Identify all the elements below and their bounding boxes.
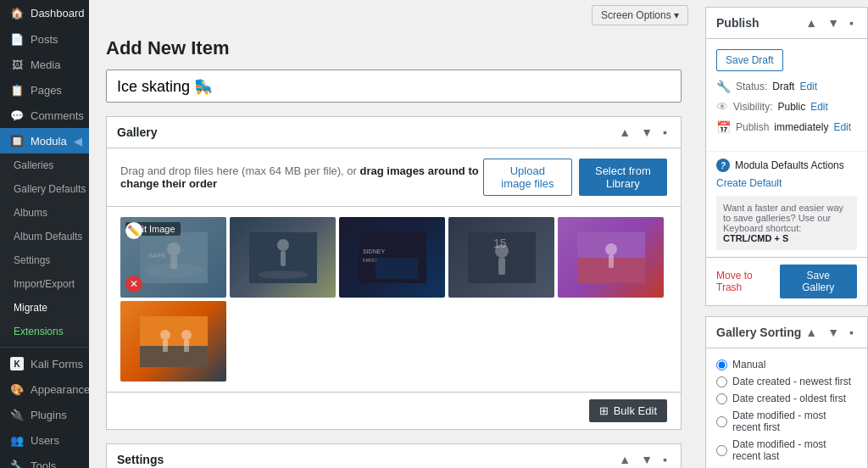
publish-panel-body: Save Draft 🔧 Status: Draft Edit 👁 Visibi… [706,39,867,151]
sidebar-item-settings[interactable]: Settings [0,248,89,272]
sorting-collapse-up-button[interactable]: ▲ [802,324,821,341]
publish-collapse-up-button[interactable]: ▲ [802,14,821,31]
visibility-label: Visibility: [733,101,772,113]
gallery-panel-title: Gallery [117,125,157,139]
sorting-collapse-down-button[interactable]: ▼ [824,324,843,341]
publish-schedule-row: 📅 Publish immediately Edit [716,120,857,134]
image-1-overlay: ✏️ Edit Image ✕ [120,217,226,298]
svg-rect-15 [498,258,505,275]
gallery-collapse-up-button[interactable]: ▲ [615,124,634,141]
main-content: Screen Options ▾ Add New Item Ice skatin… [89,0,698,468]
gallery-image-5[interactable] [558,217,664,298]
image-placeholder-6 [120,301,226,382]
sidebar-item-posts[interactable]: 📄 Posts [0,26,89,52]
visibility-edit-link[interactable]: Edit [810,101,828,113]
sidebar-dashboard[interactable]: 🏠 Dashboard [0,0,89,26]
sort-modified-last-option[interactable]: Date modified - most recent last [716,438,857,462]
gallery-image-6[interactable] [120,301,226,382]
sidebar-item-users[interactable]: 👥 Users [0,427,89,453]
image-1-delete-icon[interactable]: ✕ [125,276,142,292]
sort-modified-recent-option[interactable]: Date modified - most recent first [716,410,857,433]
image-placeholder-2 [230,217,336,298]
sort-date-oldest-radio[interactable] [716,393,727,404]
dropzone-text: Drag and drop files here (max 64 MB per … [120,164,483,190]
gallery-panel-header: Gallery ▲ ▼ ▪ [107,117,681,148]
svg-point-6 [258,270,309,279]
sort-manual-option[interactable]: Manual [716,359,857,370]
sidebar-item-modula[interactable]: 🔲 Modula ◀ [0,128,89,153]
gallery-image-2[interactable] [230,217,336,298]
modula-icon: 🔲 [10,134,24,148]
image-1-edit-icon[interactable]: ✏️ [125,222,142,239]
sort-date-oldest-option[interactable]: Date created - oldest first [716,393,857,404]
sidebar-item-tools[interactable]: 🔧 Tools [0,453,89,468]
bulk-edit-button[interactable]: ⊞ Bulk Edit [589,399,667,422]
publish-edit-link[interactable]: Edit [833,121,851,133]
sidebar-item-import-export[interactable]: Import/Export [0,272,89,296]
image-svg-6 [140,316,208,367]
gallery-image-3[interactable]: SIDNEY FIRST [339,217,445,298]
status-value: Draft [772,81,794,92]
users-icon: 👥 [10,433,24,447]
publish-collapse-down-button[interactable]: ▼ [824,14,843,31]
sidebar-dashboard-label: Dashboard [31,7,85,20]
sidebar-item-plugins[interactable]: 🔌 Plugins [0,402,89,427]
settings-close-button[interactable]: ▪ [659,451,670,468]
sidebar-item-extensions[interactable]: Extensions [0,320,89,343]
upload-image-files-button[interactable]: Upload image files [483,159,572,196]
svg-text:15: 15 [493,237,507,250]
image-placeholder-3: SIDNEY FIRST [339,217,445,298]
settings-panel-controls: ▲ ▼ ▪ [615,451,670,468]
publish-status-row: 🔧 Status: Draft Edit [716,80,857,93]
sidebar-item-album-defaults[interactable]: Album Defaults [0,225,89,248]
settings-collapse-up-button[interactable]: ▲ [615,451,634,468]
publish-panel-controls: ▲ ▼ ▪ [802,14,857,31]
visibility-icon: 👁 [716,100,728,114]
sort-modified-last-radio[interactable] [716,445,727,456]
pages-icon: 📋 [10,83,24,97]
publish-close-button[interactable]: ▪ [846,14,857,31]
sidebar-item-appearance[interactable]: 🎨 Appearance [0,376,89,402]
move-to-trash-link[interactable]: Move to Trash [716,270,780,293]
sidebar-item-albums[interactable]: Albums [0,201,89,225]
defaults-help-icon: ? [716,159,730,172]
sidebar-item-kali-forms[interactable]: K Kali Forms [0,351,89,376]
plugins-icon: 🔌 [10,408,24,421]
sort-date-newest-radio[interactable] [716,376,727,387]
save-draft-button[interactable]: Save Draft [716,49,783,71]
status-edit-link[interactable]: Edit [799,81,817,92]
gallery-image-4[interactable]: 15 [448,217,554,298]
publish-visibility-row: 👁 Visibility: Public Edit [716,100,857,114]
keyboard-tip: Want a faster and easier way to save gal… [716,196,857,250]
settings-collapse-down-button[interactable]: ▼ [637,451,656,468]
select-from-library-button[interactable]: Select from Library [579,159,667,196]
title-input[interactable]: Ice skating 🛼 [106,70,682,103]
svg-point-23 [160,330,170,340]
sidebar: 🏠 Dashboard 📄 Posts 🖼 Media 📋 Pages 💬 Co… [0,0,89,468]
gallery-collapse-down-button[interactable]: ▼ [637,124,656,141]
page-title: Add New Item [106,37,682,59]
sort-manual-radio[interactable] [716,359,727,370]
sidebar-item-migrate[interactable]: Migrate [0,296,89,320]
sidebar-item-comments[interactable]: 💬 Comments [0,103,89,128]
gallery-image-1[interactable]: SAFE ✏️ Edit Image [120,217,226,298]
publish-value: immediately [774,121,828,133]
sidebar-item-gallery-defaults[interactable]: Gallery Defaults [0,177,89,201]
posts-icon: 📄 [10,32,24,46]
sidebar-item-galleries[interactable]: Galleries [0,153,89,177]
svg-rect-12 [376,258,418,279]
save-gallery-button[interactable]: Save Gallery [780,265,857,298]
sort-date-newest-option[interactable]: Date created - newest first [716,376,857,387]
tools-icon: 🔧 [10,459,24,468]
screen-options-button[interactable]: Screen Options ▾ [592,5,688,25]
settings-panel-header: Settings ▲ ▼ ▪ [107,444,681,468]
svg-rect-24 [163,340,168,352]
sort-modified-recent-radio[interactable] [716,416,727,427]
create-default-link[interactable]: Create Default [716,177,857,189]
sidebar-item-media[interactable]: 🖼 Media [0,52,89,77]
image-svg-3: SIDNEY FIRST [359,232,426,283]
comments-icon: 💬 [10,109,24,122]
sorting-close-button[interactable]: ▪ [846,324,857,341]
gallery-close-button[interactable]: ▪ [659,124,670,141]
sidebar-item-pages[interactable]: 📋 Pages [0,77,89,103]
